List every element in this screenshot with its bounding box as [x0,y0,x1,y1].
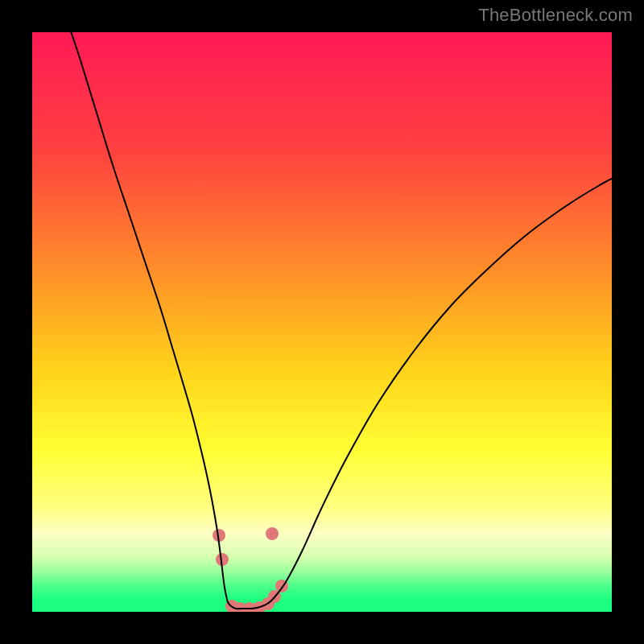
watermark-text: TheBottleneck.com [478,5,633,26]
curve-right [243,174,612,609]
chart-frame: TheBottleneck.com [0,0,644,644]
data-marker [266,527,279,540]
curves-layer [32,32,612,612]
plot-area [32,32,612,612]
marker-group [213,527,288,612]
curve-left [68,32,243,609]
